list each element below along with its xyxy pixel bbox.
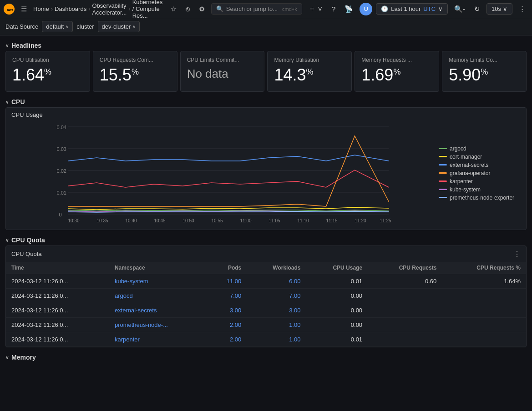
- col-time: Time: [6, 262, 109, 274]
- cpu-quota-table-menu[interactable]: ⋮: [513, 250, 521, 258]
- row2-namespace[interactable]: external-secrets: [109, 303, 208, 318]
- stat-card-cpu-utilisation: CPU Utilisation 1.64%: [5, 51, 90, 92]
- legend-item-grafana-operator[interactable]: grafana-operator: [439, 170, 519, 176]
- cpu-quota-table-header: CPU Quota ⋮: [6, 246, 526, 262]
- row2-cpu-usage: 0.00: [306, 303, 368, 318]
- memory-section-header[interactable]: ∨ Memory: [5, 351, 527, 363]
- row4-cpu-requests: [368, 332, 442, 347]
- legend-color-external-secrets: [439, 164, 447, 165]
- stat-card-cpu-requests-value: 15.5%: [100, 67, 171, 83]
- star-button[interactable]: ☆: [168, 3, 179, 15]
- breadcrumb-sep-2: ›: [88, 5, 90, 12]
- svg-text:0.03: 0.03: [57, 146, 66, 152]
- cpu-quota-section-header[interactable]: ∨ CPU Quota: [5, 234, 527, 246]
- cpu-usage-chart-area: 0.04 0.03 0.02 0.01 0 10:30 10:35 10:40 …: [6, 120, 526, 230]
- table-row: 2024-03-12 11:26:0... argocd 7.00 7.00 0…: [6, 289, 526, 303]
- cpu-usage-chart-title: CPU Usage: [11, 111, 43, 118]
- svg-text:10:55: 10:55: [212, 218, 223, 223]
- row0-time: 2024-03-12 11:26:0...: [6, 274, 109, 289]
- cpu-quota-table-panel: CPU Quota ⋮ Time Namespace Pods Workload…: [5, 246, 527, 347]
- col-cpu-requests: CPU Requests: [368, 262, 442, 274]
- share-button[interactable]: ⎋: [183, 3, 193, 15]
- table-row: 2024-03-12 11:26:0... prometheus-node-..…: [6, 318, 526, 332]
- search-icon: 🔍: [216, 5, 223, 12]
- cpu-quota-collapse-icon: ∨: [5, 238, 9, 243]
- row3-cpu-requests-pct: [442, 318, 526, 332]
- menu-button[interactable]: ☰: [18, 3, 30, 15]
- row3-pods[interactable]: 2.00: [208, 318, 247, 332]
- breadcrumb-home[interactable]: Home: [33, 5, 49, 12]
- row3-namespace[interactable]: prometheus-node-...: [109, 318, 208, 332]
- time-range-selector[interactable]: 🕐 Last 1 hour UTC ∨: [376, 3, 448, 15]
- stat-card-cpu-limits: CPU Limits Commit... No data: [180, 51, 265, 92]
- cpu-usage-svg: 0.04 0.03 0.02 0.01 0 10:30 10:35 10:40 …: [10, 120, 431, 225]
- cpu-section-header[interactable]: ∨ CPU: [5, 95, 527, 107]
- headlines-section-header[interactable]: ∨ Headlines: [5, 39, 527, 51]
- stat-card-memory-requests-value: 1.69%: [361, 67, 432, 83]
- table-row: 2024-03-12 11:26:0... karpenter 2.00 1.0…: [6, 332, 526, 347]
- row0-cpu-usage: 0.01: [306, 274, 368, 289]
- table-header-row: Time Namespace Pods Workloads CPU Usage …: [6, 262, 526, 274]
- row2-workloads[interactable]: 3.00: [247, 303, 306, 318]
- breadcrumb-sep-1: ›: [51, 5, 53, 12]
- row2-pods[interactable]: 3.00: [208, 303, 247, 318]
- search-shortcut: cmd+k: [282, 6, 297, 12]
- row1-pods[interactable]: 7.00: [208, 289, 247, 303]
- memory-collapse-icon: ∨: [5, 355, 9, 360]
- svg-text:11:15: 11:15: [326, 218, 338, 223]
- cpu-usage-legend: argocd cert-manager external-secrets gra…: [431, 120, 522, 226]
- breadcrumb-accelerator[interactable]: Observability Accelerator...: [92, 2, 127, 16]
- more-options-button[interactable]: ⋮: [516, 3, 528, 15]
- cpu-quota-section-title: CPU Quota: [11, 236, 45, 244]
- breadcrumb-dashboards[interactable]: Dashboards: [55, 5, 86, 12]
- row4-pods[interactable]: 2.00: [208, 332, 247, 347]
- profile-button[interactable]: U: [360, 3, 372, 15]
- settings-button[interactable]: ⚙: [196, 3, 208, 15]
- topbar: aws ☰ Home › Dashboards › Observability …: [0, 0, 532, 18]
- col-cpu-usage: CPU Usage: [306, 262, 368, 274]
- row3-workloads[interactable]: 1.00: [247, 318, 306, 332]
- table-row: 2024-03-12 11:26:0... kube-system 11.00 …: [6, 274, 526, 289]
- help-button[interactable]: ?: [329, 3, 338, 15]
- breadcrumb-sep-3: ›: [128, 5, 130, 12]
- datasource-dropdown[interactable]: default ∨: [42, 21, 73, 32]
- cluster-chevron: ∨: [132, 24, 136, 29]
- add-panel-button[interactable]: ＋ ∨: [306, 3, 325, 15]
- row3-time: 2024-03-12 11:26:0...: [6, 318, 109, 332]
- row4-cpu-requests-pct: [442, 332, 526, 347]
- time-range-chevron: ∨: [438, 5, 443, 12]
- row3-cpu-usage: 0.00: [306, 318, 368, 332]
- legend-color-prometheus-node-exporter: [439, 197, 447, 198]
- row0-cpu-requests-pct: 1.64%: [442, 274, 526, 289]
- stat-card-cpu-requests: CPU Requests Com... 15.5%: [93, 51, 177, 92]
- stat-card-memory-limits-title: Memory Limits Co...: [449, 57, 520, 63]
- row1-namespace[interactable]: argocd: [109, 289, 208, 303]
- row4-cpu-usage: 0.01: [306, 332, 368, 347]
- legend-label-karpenter: karpenter: [450, 178, 473, 185]
- row1-workloads[interactable]: 7.00: [247, 289, 306, 303]
- row0-cpu-requests: 0.60: [368, 274, 442, 289]
- refresh-button[interactable]: ↻: [471, 3, 483, 15]
- row4-workloads[interactable]: 1.00: [247, 332, 306, 347]
- legend-item-external-secrets[interactable]: external-secrets: [439, 162, 519, 168]
- search-box[interactable]: 🔍 Search or jump to... cmd+k: [211, 3, 302, 15]
- legend-item-karpenter[interactable]: karpenter: [439, 178, 519, 185]
- stat-card-memory-limits: Memory Limits Co... 5.90%: [442, 51, 527, 92]
- datasource-value: default: [46, 23, 64, 30]
- legend-item-cert-manager[interactable]: cert-manager: [439, 154, 519, 160]
- legend-item-prometheus-node-exporter[interactable]: prometheus-node-exporter: [439, 195, 519, 201]
- refresh-interval-selector[interactable]: 10s ∨: [486, 3, 512, 15]
- row0-namespace[interactable]: kube-system: [109, 274, 208, 289]
- headlines-collapse-icon: ∨: [5, 43, 9, 48]
- alerts-button[interactable]: 📡: [342, 3, 356, 15]
- legend-color-cert-manager: [439, 156, 447, 157]
- row0-workloads[interactable]: 6.00: [247, 274, 306, 289]
- time-range-value: Last 1 hour: [391, 5, 421, 12]
- row0-pods[interactable]: 11.00: [208, 274, 247, 289]
- row4-time: 2024-03-12 11:26:0...: [6, 332, 109, 347]
- legend-item-kube-system[interactable]: kube-system: [439, 186, 519, 193]
- row4-namespace[interactable]: karpenter: [109, 332, 208, 347]
- zoom-out-button[interactable]: 🔍-: [451, 3, 468, 15]
- legend-item-argocd[interactable]: argocd: [439, 145, 519, 152]
- cluster-dropdown[interactable]: dev-cluster ∨: [98, 21, 140, 32]
